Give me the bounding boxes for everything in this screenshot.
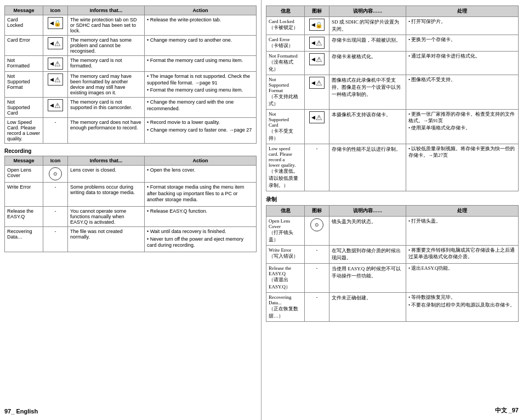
icon-cell: - <box>43 118 68 144</box>
icon-cell: - <box>305 144 329 191</box>
header-icon: Icon <box>43 6 68 15</box>
table-row: Not Supported Format （不支持此格式） <box>266 75 305 110</box>
header-action-zh-2: 处理 <box>406 206 519 217</box>
action-cell: 打开写保护片。 <box>406 17 519 35</box>
icon-cell: ◀⚠ <box>43 72 68 98</box>
informs-cell: The memory card does not have enough per… <box>68 118 145 144</box>
informs-cell: You cannot operate some functions manual… <box>68 207 145 227</box>
table-row: Write Error <box>5 183 43 207</box>
action-cell: Release the write-protection tab. <box>145 15 257 36</box>
left-page: Message Icon Informs that... Action Card… <box>0 0 262 420</box>
table-row: Not Formatted （没有格式化） <box>266 52 305 75</box>
table-row: Low speed card. Please record a lower qu… <box>266 144 305 191</box>
action-cell: Change the memory card with the one reco… <box>145 98 257 118</box>
icon-cell: ◀⚠ <box>43 56 68 72</box>
header-info-zh: 信息 <box>266 6 305 17</box>
informs-cell: Some problems occur during writing data … <box>68 183 145 207</box>
table-row: Open Lens Cover <box>5 166 43 183</box>
informs-cell: SD 或 SDHC 的写保护片设置为关闭。 <box>329 17 406 35</box>
informs-cell: 存储卡的性能不足以进行录制。 <box>329 144 406 191</box>
page-number-left: 97_ English <box>4 406 257 415</box>
header-message: Message <box>5 6 43 15</box>
icon-cell: ⊙ <box>305 217 329 246</box>
icon-cell: ◀⚠ <box>305 35 329 52</box>
table-row: Recovering Data... （正在恢复数据…） <box>266 293 305 322</box>
table-row: Card Error <box>5 36 43 56</box>
header-icon-zh: 图标 <box>305 6 329 17</box>
table-row: Release the EASY.Q （请退出EASY.Q） <box>266 264 305 293</box>
action-cell: The image format is not supported. Check… <box>145 72 257 98</box>
header-action-zh: 处理 <box>406 6 519 17</box>
right-table-1: 信息 图标 说明内容…… 处理 Card Locked （卡被锁定）◀🔒SD 或… <box>266 5 519 191</box>
informs-cell: 在写入数据到存储介质的时候出现问题。 <box>329 246 406 264</box>
informs-cell: Lens cover is closed. <box>68 166 145 183</box>
table-row: Not Formatted <box>5 56 43 72</box>
action-cell: 图像格式不受支持。 <box>406 75 519 110</box>
table-row: Release the EASY.Q <box>5 207 43 227</box>
header-informs: Informs that... <box>68 6 145 15</box>
action-cell: 退出EASY.Q功能。 <box>406 264 519 293</box>
table-row: Card Error （卡错误） <box>266 35 305 52</box>
action-cell: 以较低质量录制视频。将存储卡更换为快一些的存储卡。→第27页 <box>406 144 519 191</box>
informs-cell: The memory card is not formatted. <box>68 56 145 72</box>
table-row: Not Supported Card （卡不受支持） <box>266 110 305 144</box>
page-number-right: 中文 _97 <box>266 404 519 415</box>
action-cell: 更换一张厂家推荐的存储卡。检查受支持的文件格式。→第91页使用菜单项格式化存储卡… <box>406 110 519 144</box>
informs-cell: The file was not created normally. <box>68 227 145 252</box>
table-row: Open Lens Cover （打开镜头盖） <box>266 217 305 246</box>
recording-section-title: Recording <box>4 148 257 154</box>
icon-cell: ◀🔒 <box>43 15 68 36</box>
action-cell: 通过菜单对存储卡进行格式化。 <box>406 52 519 75</box>
right-table-2: 信息 图标 说明内容…… 处理 Open Lens Cover （打开镜头盖）⊙… <box>266 205 519 322</box>
table-row: Recovering Data… <box>5 227 43 252</box>
header-informs-2: Informs that... <box>68 156 145 166</box>
header-action: Action <box>145 6 257 15</box>
icon-cell: - <box>43 227 68 252</box>
icon-cell: - <box>305 264 329 293</box>
action-cell: Change memory card to another one. <box>145 36 257 56</box>
recording-section-title-zh: 录制 <box>266 196 519 203</box>
table-row: Not Supported Card <box>5 98 43 118</box>
informs-cell: 镜头盖为关闭状态。 <box>329 217 406 246</box>
action-cell: Open the lens cover. <box>145 166 257 183</box>
icon-cell: ◀⚠ <box>43 98 68 118</box>
action-cell: Release EASY.Q function. <box>145 207 257 227</box>
icon-cell: ◀⚠ <box>305 52 329 75</box>
action-cell: 将重要文件转移到电脑或其它存储设备上之后通过菜单选项格式化存储介质。 <box>406 246 519 264</box>
header-icon-zh-2: 图标 <box>305 206 329 217</box>
header-info-zh-2: 信息 <box>266 206 305 217</box>
header-desc-zh: 说明内容…… <box>329 6 406 17</box>
header-message-2: Message <box>5 156 43 166</box>
icon-cell: - <box>305 246 329 264</box>
action-cell: Wait until data recovery is finished.Nev… <box>145 227 257 252</box>
icon-cell: - <box>305 293 329 322</box>
icon-cell: ◀⚠ <box>43 36 68 56</box>
left-table-2: Message Icon Informs that... Action Open… <box>4 156 257 252</box>
header-icon-2: Icon <box>43 156 68 166</box>
icon-cell: ◀⚠ <box>305 75 329 110</box>
action-cell: 更换另一个存储卡。 <box>406 35 519 52</box>
left-table-1: Message Icon Informs that... Action Card… <box>4 5 257 144</box>
informs-cell: The memory card is not supported in this… <box>68 98 145 118</box>
icon-cell: ◀⚠ <box>305 110 329 144</box>
informs-cell: 文件未正确创建。 <box>329 293 406 322</box>
table-row: Write Error （写入错误） <box>266 246 305 264</box>
header-desc-zh-2: 说明内容…… <box>329 206 406 217</box>
right-page: 信息 图标 说明内容…… 处理 Card Locked （卡被锁定）◀🔒SD 或… <box>262 0 523 420</box>
table-row: Low Speed Card. Please record a Lower qu… <box>5 118 43 144</box>
informs-cell: 本摄像机不支持该存储卡。 <box>329 110 406 144</box>
informs-cell: The memory card may have been formatted … <box>68 72 145 98</box>
action-cell: 打开镜头盖。 <box>406 217 519 246</box>
informs-cell: 存储卡出现问题，不能被识别。 <box>329 35 406 52</box>
action-cell: 等待数据恢复完毕。不要在录制的过程中关闭电源以及取出存储卡。 <box>406 293 519 322</box>
icon-cell: ◀🔒 <box>305 17 329 35</box>
action-cell: Record movie to a lower quality.Change m… <box>145 118 257 144</box>
informs-cell: The wirte protection tab on SD or SDHC c… <box>68 15 145 36</box>
informs-cell: 存储卡未被格式化。 <box>329 52 406 75</box>
icon-cell: ⊙ <box>43 166 68 183</box>
informs-cell: 当使用 EASY.Q 的时候您不可以手动操作一些功能。 <box>329 264 406 293</box>
header-action-2: Action <box>145 156 257 166</box>
action-cell: Format storage media using the menu item… <box>145 183 257 207</box>
table-row: Not Supported Format <box>5 72 43 98</box>
informs-cell: The memory card has some problem and can… <box>68 36 145 56</box>
